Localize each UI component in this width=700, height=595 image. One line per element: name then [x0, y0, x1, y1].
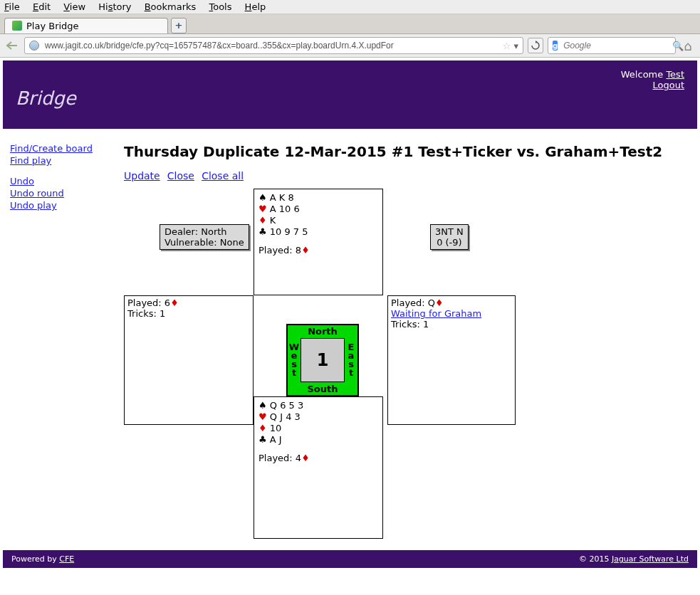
main-content: Thursday Duplicate 12-Mar-2015 #1 Test+T… [117, 136, 697, 544]
menu-view[interactable]: View [63, 1, 85, 12]
contract-info: 3NT N 0 (-9) [430, 224, 469, 250]
north-spades: A K 8 [270, 192, 294, 203]
sidebar-undo-round[interactable]: Undo round [10, 188, 64, 199]
waiting-link[interactable]: Waiting for Graham [391, 308, 481, 319]
south-hearts: Q J 4 3 [270, 411, 301, 422]
west-tricks: Tricks: 1 [127, 308, 250, 319]
copyright-label: © 2015 [579, 554, 612, 564]
globe-icon [29, 41, 39, 51]
compass: North South West East 1 [286, 324, 359, 396]
south-spades: Q 6 5 3 [270, 400, 303, 411]
board-number: 1 [301, 338, 345, 382]
north-hearts: A 10 6 [270, 204, 300, 214]
bookmark-star-icon[interactable]: ☆ [503, 41, 511, 51]
bridge-board: Dealer: North Vulnerable: None 3NT N 0 (… [124, 189, 637, 544]
home-button[interactable]: ⌂ [680, 38, 696, 53]
action-update[interactable]: Update [124, 170, 160, 181]
south-hand: ♠ Q 6 5 3 ♥ Q J 4 3 ♦ 10 ♣ A J Played: 4… [254, 396, 383, 539]
sidebar: Find/Create board Find play Undo Undo ro… [3, 136, 117, 544]
north-clubs: 10 9 7 5 [270, 226, 308, 237]
compass-west: West [289, 338, 299, 382]
url-input[interactable] [43, 40, 503, 51]
club-icon: ♣ [258, 434, 267, 445]
search-input[interactable] [562, 40, 672, 51]
compass-east: East [346, 338, 356, 382]
west-played: Played: 6♦ [127, 298, 250, 308]
east-hand: Played: Q♦ Waiting for Graham Tricks: 1 [387, 295, 516, 425]
url-dropdown-icon[interactable]: ▾ [513, 41, 518, 51]
sidebar-find-play[interactable]: Find play [10, 155, 51, 166]
spade-icon: ♠ [258, 192, 267, 203]
menu-file[interactable]: File [4, 1, 20, 12]
reload-button[interactable] [528, 38, 543, 53]
user-link[interactable]: Test [666, 69, 684, 80]
action-close-all[interactable]: Close all [202, 170, 244, 181]
page-footer: Powered by CFE © 2015 Jaguar Software Lt… [3, 550, 697, 568]
browser-menubar: File Edit View History Bookmarks Tools H… [0, 0, 700, 14]
north-diamonds: K [270, 215, 276, 226]
google-icon: g [553, 41, 558, 51]
page-heading: Thursday Duplicate 12-Mar-2015 #1 Test+T… [124, 143, 690, 160]
browser-tab[interactable]: Play Bridge [4, 18, 168, 33]
east-tricks: Tricks: 1 [391, 319, 512, 330]
north-played: Played: 8♦ [258, 245, 378, 256]
south-clubs: A J [270, 434, 282, 445]
spade-icon: ♠ [258, 400, 267, 411]
page-header: Welcome Test Logout Bridge [3, 60, 697, 129]
sidebar-undo[interactable]: Undo [10, 176, 34, 186]
action-links: Update Close Close all [124, 170, 690, 181]
club-icon: ♣ [258, 226, 267, 237]
diamond-icon: ♦ [258, 423, 267, 433]
menu-tools[interactable]: Tools [209, 1, 231, 12]
heart-icon: ♥ [258, 204, 267, 214]
company-link[interactable]: Jaguar Software Ltd [612, 554, 689, 564]
tab-title: Play Bridge [26, 21, 79, 31]
menu-bookmarks[interactable]: Bookmarks [145, 1, 197, 12]
west-hand: Played: 6♦ Tricks: 1 [124, 295, 254, 425]
site-title: Bridge [16, 88, 684, 109]
new-tab-button[interactable]: + [171, 18, 187, 33]
vulnerable-label: Vulnerable: None [164, 237, 244, 248]
action-close[interactable]: Close [167, 170, 194, 181]
menu-edit[interactable]: Edit [33, 1, 51, 12]
search-box[interactable]: g 🔍 [548, 37, 676, 54]
url-bar[interactable]: ☆ ▾ [24, 37, 523, 54]
compass-north: North [288, 326, 357, 337]
contract-line2: 0 (-9) [435, 237, 464, 248]
contract-line1: 3NT N [435, 226, 464, 237]
welcome-block: Welcome Test Logout [621, 69, 684, 90]
menu-help[interactable]: Help [245, 1, 266, 12]
compass-south: South [288, 384, 357, 394]
sidebar-find-board[interactable]: Find/Create board [10, 143, 93, 154]
dealer-info: Dealer: North Vulnerable: None [160, 224, 249, 250]
back-button[interactable] [4, 38, 20, 53]
powered-label: Powered by [11, 554, 59, 564]
favicon-icon [12, 21, 22, 31]
tab-strip: Play Bridge + [0, 14, 700, 34]
cfe-link[interactable]: CFE [59, 554, 74, 564]
nav-toolbar: ☆ ▾ g 🔍 ⌂ [0, 34, 700, 58]
heart-icon: ♥ [258, 411, 267, 422]
north-hand: ♠ A K 8 ♥ A 10 6 ♦ K ♣ 10 9 7 5 Played: … [254, 189, 383, 295]
logout-link[interactable]: Logout [652, 80, 684, 90]
south-diamonds: 10 [270, 423, 282, 433]
welcome-label: Welcome [621, 69, 663, 80]
south-played: Played: 4♦ [258, 453, 378, 463]
menu-history[interactable]: History [98, 1, 131, 12]
dealer-label: Dealer: North [164, 226, 244, 237]
sidebar-undo-play[interactable]: Undo play [10, 200, 57, 211]
east-played: Played: Q♦ [391, 298, 512, 308]
diamond-icon: ♦ [258, 215, 267, 226]
